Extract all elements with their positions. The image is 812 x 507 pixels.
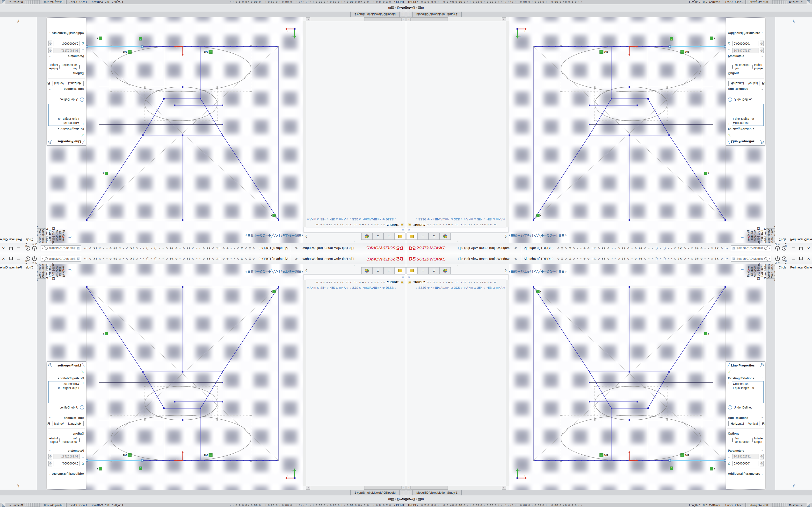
menu-item[interactable]: File bbox=[349, 257, 354, 261]
tool-item-label[interactable]: Circle bbox=[779, 266, 786, 269]
status-custom-dropdown[interactable]: Custom bbox=[789, 1, 799, 4]
relation-button-label[interactable]: Horizontal bbox=[731, 422, 744, 426]
tree-item-label[interactable]: ○ ЅƧЗЄ ⊕ ∘◎ШΛ ΛШ◎∘ ⊕ ЗЄЅ ○ bbox=[349, 218, 396, 221]
tree-item-label[interactable]: ○ ЅƧЗЄ ⊕ ∘◎ШΛ ΛШ◎∘ ⊕ ЗЄЅ ○ bbox=[416, 218, 463, 221]
commandmanager-tab[interactable]: Mold Tools bbox=[770, 229, 774, 242]
view-toolbar-icon[interactable]: ƒ bbox=[281, 234, 283, 238]
panel-splitter-handle[interactable]: ◦ bbox=[303, 264, 406, 267]
commandmanager-tab[interactable]: Weldments bbox=[767, 264, 770, 279]
relation-button-label[interactable]: Vertical bbox=[748, 422, 758, 426]
view-toolbar-icon[interactable]: ✕ bbox=[534, 233, 537, 238]
view-toolbar-icon[interactable]: ▨ bbox=[514, 269, 517, 274]
additional-parameters-header[interactable]: Additional Parameters ⌄ bbox=[726, 31, 765, 37]
menu-item[interactable]: Tools bbox=[489, 246, 496, 250]
relation-button-label[interactable]: Vertical bbox=[54, 81, 64, 85]
view-toolbar-icon[interactable]: ⊥ bbox=[524, 233, 527, 238]
collapse-icon[interactable]: ⌃ bbox=[761, 127, 763, 130]
configurationmanager-tab[interactable]: ⊕ bbox=[428, 233, 440, 240]
bottom-toolbar-icon[interactable]: ◔ bbox=[394, 497, 397, 501]
propertymanager-tab[interactable]: ⊟ bbox=[417, 267, 428, 274]
search-box[interactable]: Search CAD Models ▾ bbox=[41, 245, 81, 251]
scrollbar-thumb[interactable] bbox=[411, 486, 448, 490]
tree-item-label[interactable]: ○ Λ∘◎ ⊕ Ƨ5∘ ○ ∘5Ƨ ⊕ ◎∘Λ ○ bbox=[307, 218, 348, 221]
relation-button-icon[interactable] bbox=[746, 80, 746, 86]
add-relations-header[interactable]: Add Relations ⌃ bbox=[47, 414, 86, 420]
tool-item-label[interactable]: Perimeter Circle bbox=[790, 266, 812, 269]
panel-help-icon[interactable]: ? bbox=[48, 140, 52, 144]
menu-item[interactable]: Insert bbox=[479, 246, 488, 250]
search-dropdown-icon[interactable]: ▾ bbox=[42, 247, 44, 249]
pin-icon[interactable]: ✚ bbox=[513, 257, 518, 261]
view-toolbar-icon[interactable]: ⇅ bbox=[251, 233, 254, 238]
view-toolbar-icon[interactable]: ◑ bbox=[245, 234, 248, 238]
view-toolbar-icon[interactable]: @ bbox=[288, 234, 292, 238]
options-header[interactable]: Options ⌃ bbox=[726, 71, 765, 77]
view-toolbar-icon[interactable]: ∥ bbox=[531, 269, 534, 274]
close-button[interactable]: ✕ bbox=[807, 257, 810, 261]
exit-sketch-icon[interactable]: ▱ bbox=[741, 234, 744, 239]
view-toolbar-icon[interactable]: ↩ bbox=[292, 233, 295, 238]
relations-listbox[interactable]: Collinear108 Equal length109 bbox=[48, 104, 80, 126]
view-toolbar-icon[interactable]: ◦ bbox=[256, 234, 257, 238]
scroll-left-icon[interactable]: ◂ bbox=[406, 486, 411, 490]
tool-item-label[interactable]: Circle bbox=[26, 266, 33, 269]
view-toolbar-icon[interactable]: ▯ bbox=[556, 269, 558, 274]
view-toolbar-icon[interactable]: ⌀ bbox=[283, 233, 285, 238]
bottom-toolbar-icon[interactable]: ⇄ bbox=[407, 497, 410, 501]
ok-button[interactable]: ✓ bbox=[81, 370, 84, 375]
bottom-toolbar-icon[interactable]: ⌐ bbox=[410, 6, 412, 10]
angle-field[interactable]: 0.00000000° bbox=[53, 41, 80, 46]
existing-relations-header[interactable]: Existing Relations ⌃ bbox=[726, 126, 765, 132]
tool-item-label[interactable]: Circle bbox=[26, 238, 33, 241]
menu-item[interactable]: Window bbox=[497, 246, 509, 250]
angle-spinner[interactable]: ▲▼ bbox=[760, 41, 764, 46]
view-toolbar-icon[interactable]: Ɔ bbox=[550, 234, 552, 238]
tree-item-label[interactable]: ○ Λ∘◎ ⊕ Ƨ5∘ ○ ∘5Ƨ ⊕ ◎∘Λ ○ bbox=[307, 286, 348, 289]
scrollbar-thumb[interactable] bbox=[411, 17, 448, 21]
search-icon[interactable] bbox=[764, 258, 767, 260]
view-toolbar-icon[interactable]: ◆ bbox=[541, 233, 544, 238]
relation-button-label[interactable]: Horizontal bbox=[68, 422, 81, 426]
add-relations-header[interactable]: Add Relations ⌃ bbox=[47, 87, 86, 93]
tree-item-label[interactable]: ○ ЅƧЗЄ ⊕ ∘◎ШΛ ΛШ◎∘ ⊕ ЗЄЅ ○ bbox=[416, 286, 463, 289]
document-tab[interactable]: Model bbox=[416, 12, 424, 16]
scrollbar-thumb[interactable] bbox=[364, 17, 401, 21]
status-custom-dropdown[interactable]: Custom bbox=[13, 1, 23, 4]
relations-listbox[interactable]: Collinear108 Equal length109 bbox=[732, 381, 764, 403]
view-toolbar-icon[interactable]: ƒ bbox=[281, 270, 283, 274]
relation-button-icon[interactable] bbox=[66, 421, 66, 427]
menu-item[interactable]: Insert bbox=[324, 246, 333, 250]
graphics-area[interactable]: y x = 109 = 109 / 3 bbox=[509, 17, 766, 243]
propertymanager-tab[interactable]: ⊟ bbox=[384, 267, 395, 274]
view-toolbar-icon[interactable]: Ɔ bbox=[550, 270, 552, 274]
view-toolbar-icon[interactable]: ⊞ bbox=[561, 269, 564, 274]
view-toolbar-icon[interactable]: ╱ bbox=[539, 269, 541, 274]
document-tab[interactable]: 3D Views bbox=[374, 491, 388, 495]
view-toolbar-icon[interactable]: ∥ bbox=[278, 269, 281, 274]
search-dropdown-icon[interactable]: ▾ bbox=[42, 258, 44, 260]
view-toolbar-icon[interactable]: ⊞ bbox=[248, 233, 251, 238]
search-dropdown-icon[interactable]: ▾ bbox=[769, 247, 770, 249]
commandmanager-tab[interactable]: Weldments bbox=[42, 264, 45, 279]
length-field[interactable]: 10.88152731 bbox=[53, 454, 80, 459]
bottom-toolbar-icon[interactable]: ⊛ bbox=[421, 6, 424, 10]
document-tab[interactable]: Motion Study 1 bbox=[355, 12, 374, 16]
checkbox[interactable] bbox=[79, 439, 80, 442]
view-toolbar-icon[interactable]: ╱ bbox=[539, 233, 541, 238]
view-toolbar-icon[interactable]: ⊢ bbox=[265, 233, 268, 238]
commandmanager-tab[interactable]: Direct Editing bbox=[757, 227, 760, 244]
parameters-header[interactable]: Parameters ⌃ bbox=[47, 54, 86, 60]
minimize-button[interactable] bbox=[792, 257, 795, 261]
view-toolbar-icon[interactable]: ◆ bbox=[268, 269, 271, 274]
view-toolbar-icon[interactable]: ✕ bbox=[276, 269, 279, 274]
tree-filter-box[interactable]: ▽ bbox=[407, 274, 508, 280]
view-toolbar-icon[interactable]: ▾ bbox=[302, 233, 303, 238]
view-toolbar-icon[interactable]: Ɔ bbox=[260, 234, 263, 238]
configurationmanager-tab[interactable]: ⊕ bbox=[372, 267, 384, 274]
relation-button-icon[interactable] bbox=[728, 421, 729, 427]
menu-item[interactable]: Tools bbox=[489, 257, 496, 261]
parameters-header[interactable]: Parameters ⌃ bbox=[726, 447, 765, 453]
checkbox[interactable] bbox=[752, 65, 752, 68]
scroll-right-icon[interactable]: ▸ bbox=[306, 17, 310, 21]
menu-item[interactable]: View bbox=[471, 257, 478, 261]
